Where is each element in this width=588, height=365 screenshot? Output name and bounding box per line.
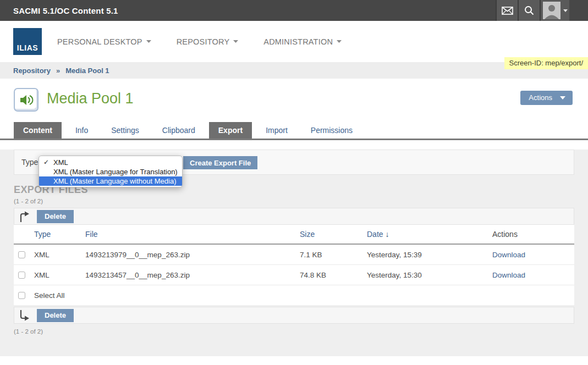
cell-date: Yesterday, 15:30 bbox=[367, 271, 492, 279]
dropdown-option-xml-master-translation[interactable]: XML (Master Language for Translation) bbox=[39, 167, 182, 176]
cell-size: 7.1 KB bbox=[300, 251, 367, 259]
column-header-size[interactable]: Size bbox=[300, 230, 367, 239]
ilias-export-screen: SACMI 5.1/OC Content 5.1 bbox=[0, 0, 588, 365]
table-toolbar-top: Delete bbox=[14, 208, 574, 225]
user-silhouette-icon bbox=[543, 2, 560, 19]
main-header: ILIAS PERSONAL DESKTOP REPOSITORY ADMINI… bbox=[0, 21, 588, 62]
column-header-type[interactable]: Type bbox=[34, 230, 85, 239]
dropdown-option-label: XML (Master Language for Translation) bbox=[53, 168, 178, 176]
menu-repository[interactable]: REPOSITORY bbox=[177, 37, 239, 46]
tab-bar: Content Info Settings Clipboard Export I… bbox=[0, 122, 588, 140]
tab-permissions[interactable]: Permissions bbox=[301, 122, 362, 139]
delete-button-bottom[interactable]: Delete bbox=[37, 309, 74, 322]
ilias-logo[interactable]: ILIAS bbox=[13, 28, 42, 55]
delete-button-top[interactable]: Delete bbox=[37, 210, 74, 223]
apply-to-selection-up-arrow-icon bbox=[19, 211, 30, 223]
date-header-label: Date bbox=[367, 230, 383, 239]
caret-down-icon bbox=[560, 96, 565, 99]
tab-clipboard[interactable]: Clipboard bbox=[153, 122, 205, 139]
cell-type: XML bbox=[34, 271, 85, 279]
mail-button[interactable] bbox=[496, 0, 518, 21]
tab-underline bbox=[0, 139, 588, 140]
cell-file: 1493213979__0__mep_263.zip bbox=[85, 251, 300, 259]
column-header-date[interactable]: Date↓ bbox=[367, 230, 492, 239]
user-menu-button[interactable] bbox=[540, 0, 569, 21]
installation-title: SACMI 5.1/OC Content 5.1 bbox=[13, 6, 496, 15]
ilias-logo-text: ILIAS bbox=[17, 43, 38, 52]
result-count-top: (1 - 2 of 2) bbox=[14, 198, 588, 204]
breadcrumb-separator: » bbox=[56, 67, 60, 75]
cell-date: Yesterday, 15:39 bbox=[367, 251, 492, 259]
tab-export[interactable]: Export bbox=[209, 122, 252, 139]
dropdown-option-xml[interactable]: ✓ XML bbox=[39, 158, 182, 167]
caret-down-icon bbox=[337, 40, 342, 43]
select-all-label: Select All bbox=[34, 291, 492, 300]
table-toolbar-bottom: Delete bbox=[14, 307, 574, 324]
row-checkbox[interactable] bbox=[18, 251, 25, 258]
avatar bbox=[543, 2, 560, 19]
row-checkbox[interactable] bbox=[18, 272, 25, 279]
export-files-table: Type File Size Date↓ Actions XML 1493213… bbox=[14, 225, 574, 305]
type-label: Type bbox=[21, 158, 38, 167]
create-export-file-button[interactable]: Create Export File bbox=[183, 156, 257, 169]
select-all-checkbox[interactable] bbox=[18, 292, 25, 299]
download-link[interactable]: Download bbox=[492, 251, 525, 259]
title-section: Media Pool 1 Actions bbox=[0, 79, 588, 122]
caret-down-icon bbox=[563, 9, 568, 12]
menu-personal-desktop[interactable]: PERSONAL DESKTOP bbox=[57, 37, 151, 46]
cell-type: XML bbox=[34, 251, 85, 259]
actions-button-label: Actions bbox=[529, 93, 552, 102]
tab-import[interactable]: Import bbox=[256, 122, 297, 139]
column-header-actions: Actions bbox=[492, 230, 574, 239]
table-header-row: Type File Size Date↓ Actions bbox=[14, 225, 574, 245]
topbar-icon-group bbox=[496, 0, 569, 21]
dropdown-option-label: XML bbox=[53, 158, 68, 167]
tab-settings[interactable]: Settings bbox=[102, 122, 149, 139]
menu-label: REPOSITORY bbox=[177, 37, 230, 46]
result-count-bottom: (1 - 2 of 2) bbox=[14, 328, 588, 335]
menu-label: PERSONAL DESKTOP bbox=[57, 37, 142, 46]
page-title: Media Pool 1 bbox=[47, 90, 134, 107]
caret-down-icon bbox=[233, 40, 238, 43]
breadcrumb-media-pool[interactable]: Media Pool 1 bbox=[65, 67, 109, 75]
menu-label: ADMINISTRATION bbox=[263, 37, 333, 46]
select-all-row: Select All bbox=[14, 285, 574, 305]
table-row: XML 1493213457__0__mep_263.zip 74.8 KB Y… bbox=[14, 265, 574, 285]
tab-content[interactable]: Content bbox=[14, 122, 62, 139]
export-type-dropdown-menu: ✓ XML XML (Master Language for Translati… bbox=[39, 156, 183, 187]
media-pool-speaker-icon bbox=[14, 88, 39, 112]
top-bar: SACMI 5.1/OC Content 5.1 bbox=[0, 0, 588, 21]
tab-info[interactable]: Info bbox=[66, 122, 97, 139]
breadcrumb-repository[interactable]: Repository bbox=[13, 67, 51, 75]
screen-id-badge: Screen-ID: mep/export/ bbox=[504, 57, 588, 69]
search-icon bbox=[524, 5, 534, 15]
checkmark-icon: ✓ bbox=[43, 158, 49, 167]
caret-down-icon bbox=[146, 40, 151, 43]
actions-button[interactable]: Actions bbox=[520, 91, 573, 105]
cell-size: 74.8 KB bbox=[300, 271, 367, 279]
dropdown-option-label: XML (Master Language without Media) bbox=[53, 177, 177, 185]
main-menu: PERSONAL DESKTOP REPOSITORY ADMINISTRATI… bbox=[57, 37, 342, 46]
sort-descending-icon: ↓ bbox=[386, 230, 389, 239]
apply-to-selection-down-arrow-icon bbox=[19, 309, 30, 322]
search-button[interactable] bbox=[518, 0, 540, 21]
download-link[interactable]: Download bbox=[492, 271, 525, 279]
dropdown-option-xml-master-without-media[interactable]: XML (Master Language without Media) bbox=[39, 176, 182, 186]
cell-file: 1493213457__0__mep_263.zip bbox=[85, 271, 300, 279]
menu-administration[interactable]: ADMINISTRATION bbox=[263, 37, 342, 46]
column-header-file[interactable]: File bbox=[85, 230, 300, 239]
table-row: XML 1493213979__0__mep_263.zip 7.1 KB Ye… bbox=[14, 245, 574, 265]
mail-icon bbox=[502, 7, 513, 15]
breadcrumb: Repository » Media Pool 1 bbox=[0, 62, 588, 79]
